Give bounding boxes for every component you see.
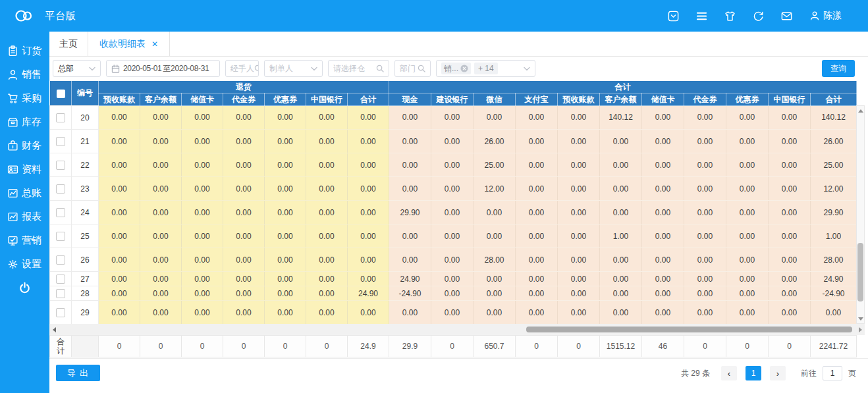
table-row: 240.000.000.000.000.000.000.0029.900.000… — [50, 201, 857, 224]
row-checkbox[interactable] — [56, 275, 65, 284]
cell: 0.00 — [223, 130, 265, 153]
row-checkbox-cell[interactable] — [50, 301, 72, 325]
cell: 29.90 — [811, 201, 857, 224]
scroll-right-arrow[interactable] — [855, 324, 865, 335]
user-menu[interactable]: 陈漾 — [809, 10, 842, 22]
totals-cell: 0 — [265, 336, 306, 357]
scroll-down-arrow[interactable] — [857, 315, 864, 323]
version-chevron-icon[interactable] — [667, 10, 680, 22]
sidebar-item-marketing[interactable]: 营销 — [0, 228, 49, 252]
tab-receipt-detail-report[interactable]: 收款明细表 ✕ — [88, 32, 170, 56]
data-icon — [7, 164, 18, 175]
horizontal-scrollbar-thumb[interactable] — [526, 327, 852, 332]
search-button[interactable]: 查询 — [822, 60, 855, 77]
cell: 0.00 — [348, 248, 389, 272]
scroll-left-arrow[interactable] — [49, 324, 59, 335]
row-id: 21 — [72, 130, 99, 153]
row-checkbox-cell[interactable] — [50, 106, 72, 130]
warehouse-search-input[interactable]: 请选择仓 — [328, 60, 389, 77]
cell: 0.00 — [306, 153, 348, 177]
cell: 0.00 — [516, 177, 558, 201]
row-checkbox-cell[interactable] — [50, 286, 72, 301]
row-checkbox[interactable] — [56, 289, 65, 298]
cell: 0.00 — [600, 130, 642, 153]
sidebar-item-report[interactable]: 报表 — [0, 205, 49, 228]
row-checkbox[interactable] — [56, 308, 65, 317]
cell: 0.00 — [99, 248, 140, 272]
row-checkbox[interactable] — [56, 232, 65, 241]
select-all-cell[interactable] — [50, 81, 72, 106]
cell: 0.00 — [223, 201, 265, 224]
row-checkbox-cell[interactable] — [50, 201, 72, 224]
sidebar-item-order[interactable]: 订货 — [0, 39, 49, 63]
cell: 0.00 — [223, 301, 265, 325]
cell: 0.00 — [182, 153, 223, 177]
row-checkbox-cell[interactable] — [50, 224, 72, 248]
cell: 0.00 — [600, 272, 642, 286]
export-button[interactable]: 导出 — [56, 365, 100, 381]
cell: 0.00 — [474, 224, 516, 248]
sidebar-item-settings[interactable]: 设置 — [0, 252, 49, 276]
tab-close-icon[interactable]: ✕ — [151, 40, 158, 48]
row-checkbox[interactable] — [56, 255, 65, 265]
select-all-checkbox[interactable] — [57, 90, 65, 98]
row-checkbox-cell[interactable] — [50, 153, 72, 177]
refresh-icon[interactable] — [752, 10, 765, 22]
cell: 0.00 — [684, 301, 726, 325]
totals-cell: 0 — [431, 336, 474, 357]
row-checkbox[interactable] — [56, 208, 65, 217]
sidebar-item-data[interactable]: 资料 — [0, 157, 49, 181]
horizontal-scrollbar[interactable] — [49, 324, 865, 335]
row-checkbox[interactable] — [56, 161, 65, 170]
date-range-picker[interactable]: 2020-05-01 至 2020-08-31 — [106, 60, 220, 77]
cell: 0.00 — [726, 301, 769, 325]
cell: 0.00 — [558, 130, 600, 153]
department-search-input[interactable]: 部门 — [394, 60, 431, 77]
row-checkbox[interactable] — [56, 137, 65, 146]
prev-page-button[interactable]: ‹ — [721, 366, 737, 380]
row-checkbox-cell[interactable] — [50, 248, 72, 272]
cell: 0.00 — [558, 224, 600, 248]
org-select[interactable]: 总部 — [53, 60, 101, 77]
column-header: 现金 — [389, 93, 431, 106]
row-checkbox-cell[interactable] — [50, 130, 72, 153]
calendar-icon — [111, 65, 120, 73]
tab-home[interactable]: 主页 — [49, 32, 88, 56]
maker-select[interactable]: 制单人 — [264, 60, 323, 77]
cell: 0.00 — [600, 177, 642, 201]
cell: 0.00 — [348, 177, 389, 201]
goto-page-input[interactable]: 1 — [823, 366, 842, 380]
tag-remove-icon[interactable] — [460, 65, 468, 72]
cell: 24.90 — [811, 272, 857, 286]
sidebar-item-finance[interactable]: 财务 — [0, 134, 49, 157]
row-checkbox-cell[interactable] — [50, 272, 72, 286]
payment-type-multiselect[interactable]: 销... + 14 — [436, 60, 535, 77]
vertical-scrollbar-thumb[interactable] — [857, 243, 863, 301]
row-checkbox-cell[interactable] — [50, 177, 72, 201]
handler-search-input[interactable]: 经手人 — [225, 60, 259, 77]
cell: 0.00 — [516, 224, 558, 248]
logout-button[interactable] — [0, 276, 49, 300]
sidebar-item-purchase[interactable]: 采购 — [0, 86, 49, 110]
row-checkbox[interactable] — [56, 113, 65, 122]
mail-icon[interactable] — [780, 10, 793, 22]
cell: 0.00 — [223, 286, 265, 301]
scroll-up-arrow[interactable] — [857, 107, 864, 115]
theme-skin-icon[interactable] — [724, 10, 736, 22]
sidebar-item-inventory[interactable]: 库存 — [0, 110, 49, 134]
sidebar-item-sales[interactable]: 销售 — [0, 63, 49, 86]
next-page-button[interactable]: › — [770, 366, 786, 380]
cell: 0.00 — [431, 272, 474, 286]
vertical-scrollbar[interactable] — [856, 105, 865, 324]
cell: 0.00 — [600, 153, 642, 177]
row-checkbox[interactable] — [56, 184, 65, 194]
cell: 0.00 — [516, 201, 558, 224]
cell: 0.00 — [558, 286, 600, 301]
totals-cell: 650.7 — [474, 336, 516, 357]
sidebar-item-ledger[interactable]: 总账 — [0, 181, 49, 205]
current-page-button[interactable]: 1 — [746, 366, 761, 380]
column-header: 储值卡 — [182, 93, 223, 106]
menu-icon[interactable] — [695, 10, 708, 22]
column-header: 优惠券 — [726, 93, 769, 106]
cell: 25.00 — [474, 153, 516, 177]
